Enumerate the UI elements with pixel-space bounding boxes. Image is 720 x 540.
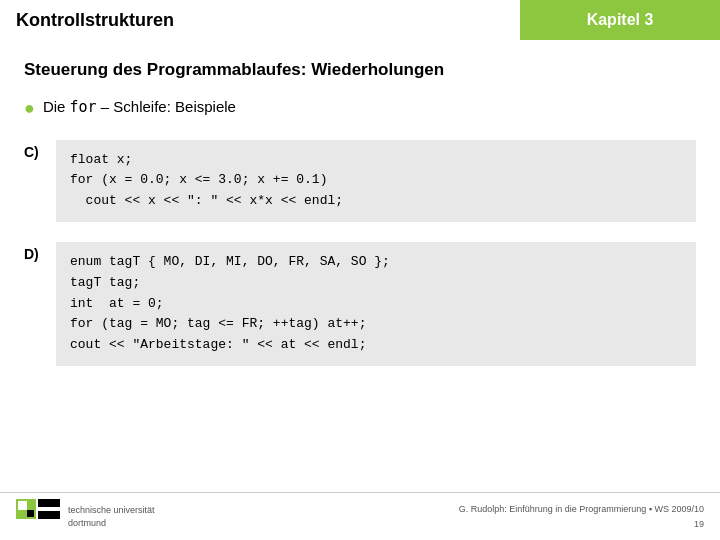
footer-right: G. Rudolph: Einführung in die Programmie… xyxy=(459,502,704,531)
footer-page: 19 xyxy=(459,517,704,531)
footer-credit: G. Rudolph: Einführung in die Programmie… xyxy=(459,502,704,516)
footer-logo: technische universität dortmund xyxy=(16,499,155,535)
footer-univ-line2: dortmund xyxy=(68,517,155,530)
header: Kontrollstrukturen Kapitel 3 xyxy=(0,0,720,40)
bullet-point: ● Die for – Schleife: Beispiele xyxy=(24,98,696,120)
tu-logo-icon xyxy=(16,499,60,535)
main-content: Steuerung des Programmablaufes: Wiederho… xyxy=(0,40,720,406)
footer-univ-line1: technische universität xyxy=(68,504,155,517)
code-section-d: D) enum tagT { MO, DI, MI, DO, FR, SA, S… xyxy=(24,242,696,366)
bullet-dot-icon: ● xyxy=(24,98,35,120)
code-block-d: enum tagT { MO, DI, MI, DO, FR, SA, SO }… xyxy=(56,242,696,366)
code-label-d: D) xyxy=(24,242,44,262)
section-title: Steuerung des Programmablaufes: Wiederho… xyxy=(24,60,696,80)
code-block-c: float x; for (x = 0.0; x <= 3.0; x += 0.… xyxy=(56,140,696,222)
bullet-text: Die for – Schleife: Beispiele xyxy=(43,98,236,116)
svg-rect-2 xyxy=(27,510,34,517)
svg-rect-4 xyxy=(38,507,60,511)
footer-university-text: technische universität dortmund xyxy=(68,504,155,529)
svg-rect-1 xyxy=(18,501,27,510)
header-title: Kontrollstrukturen xyxy=(0,0,520,40)
footer: technische universität dortmund G. Rudol… xyxy=(0,492,720,540)
svg-rect-5 xyxy=(16,521,60,535)
code-section-c: C) float x; for (x = 0.0; x <= 3.0; x +=… xyxy=(24,140,696,222)
code-label-c: C) xyxy=(24,140,44,160)
header-kapitel: Kapitel 3 xyxy=(520,0,720,40)
